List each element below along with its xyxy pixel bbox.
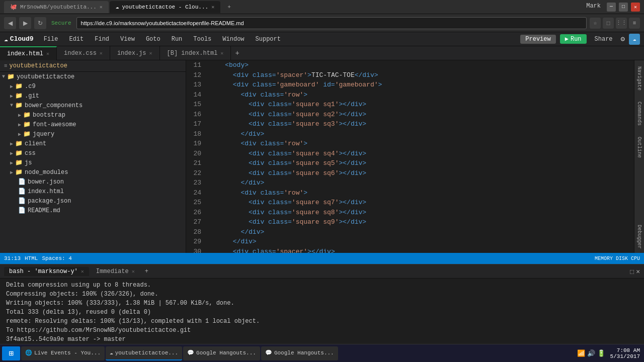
tree-item-readme[interactable]: 📄 README.md <box>0 206 186 215</box>
taskbar-item-cloud9[interactable]: ☁ youtubetictactoe... <box>106 346 182 360</box>
code-line-22[interactable]: 22 <div class='square sq6'></div> <box>186 168 634 178</box>
sidebar-collapse-icon[interactable]: ≡ <box>4 63 8 69</box>
bookmark-icon[interactable]: ☆ <box>590 18 601 29</box>
code-line-23[interactable]: 23 </div> <box>186 178 634 188</box>
code-line-26[interactable]: 26 <div class='square sq8'></div> <box>186 208 634 218</box>
window-title: Mark <box>586 3 601 12</box>
tree-item-index-html[interactable]: 📄 index.html <box>0 187 186 196</box>
editor-tab-3[interactable]: [B] index.html ✕ <box>160 46 231 60</box>
tray-battery[interactable]: 🔋 <box>597 349 605 357</box>
tree-item-fontawesome[interactable]: ▶ 📁 font-awesome <box>0 120 186 129</box>
code-line-13[interactable]: 13 <div class='gameboard' id='gameboard'… <box>186 80 634 90</box>
commands-icon[interactable]: Commands <box>635 98 643 130</box>
back-button[interactable]: ◀ <box>4 17 16 29</box>
terminal-add-button[interactable]: + <box>142 267 151 276</box>
menu-tools[interactable]: Tools <box>188 35 216 44</box>
editor-tab-0[interactable]: index.html ✕ <box>0 46 57 60</box>
tree-item-client[interactable]: ▶ 📁 client <box>0 139 186 148</box>
tree-item-css[interactable]: ▶ 📁 css <box>0 148 186 158</box>
debugger-icon[interactable]: Debugger <box>635 221 643 253</box>
browser-tab-2[interactable]: ☁ youtubetictactoe - Clou... ✕ <box>110 1 220 13</box>
code-line-14[interactable]: 14 <div class='row'> <box>186 90 634 100</box>
minimize-button[interactable]: ─ <box>607 3 616 12</box>
tab0-close[interactable]: ✕ <box>46 51 49 57</box>
terminal-close-icon[interactable]: ✕ <box>636 267 640 276</box>
navigate-icon[interactable]: Navigate <box>635 62 643 95</box>
code-line-18[interactable]: 18 </div> <box>186 129 634 139</box>
forward-button[interactable]: ▶ <box>19 17 31 29</box>
tray-volume[interactable]: 🔊 <box>587 349 595 357</box>
code-line-25[interactable]: 25 <div class='square sq7'></div> <box>186 198 634 208</box>
taskbar-item-hangouts1[interactable]: 💬 Google Hangouts... <box>183 346 260 360</box>
terminal-popout-icon[interactable]: ⬚ <box>630 267 634 276</box>
code-line-15[interactable]: 15 <div class='square sq1'></div> <box>186 100 634 110</box>
address-input[interactable] <box>76 17 587 29</box>
terminal-tab-bash[interactable]: bash - 'marksnow-y' ✕ <box>4 267 89 276</box>
tree-item-bower-json[interactable]: 📄 bower.json <box>0 177 186 187</box>
tab1e-close[interactable]: ✕ <box>100 50 103 56</box>
tree-item-jquery[interactable]: ▶ 📁 jquery <box>0 129 186 139</box>
preview-button[interactable]: Preview <box>520 35 555 44</box>
tree-item-c9[interactable]: ▶ 📁 .c9 <box>0 81 186 91</box>
code-line-17[interactable]: 17 <div class='square sq3'></div> <box>186 119 634 129</box>
editor-tab-1[interactable]: index.css ✕ <box>57 46 110 60</box>
code-editor[interactable]: 11 <body>12 <div class='spacer'>TIC-TAC-… <box>186 60 634 253</box>
menu-find[interactable]: Find <box>90 35 114 44</box>
code-line-27[interactable]: 27 <div class='square sq9'></div> <box>186 217 634 227</box>
tab1-close[interactable]: ✕ <box>100 4 103 10</box>
tree-item-js[interactable]: ▶ 📁 js <box>0 158 186 167</box>
browser-tab-1[interactable]: 🐙 MrSnowNB/youtubetita... ✕ <box>4 1 109 13</box>
outline-icon[interactable]: Outline <box>635 133 643 162</box>
code-line-20[interactable]: 20 <div class='square sq4'></div> <box>186 149 634 159</box>
refresh-button[interactable]: ↻ <box>34 17 46 29</box>
tree-item-bower[interactable]: ▼ 📁 bower_components <box>0 101 186 110</box>
code-line-19[interactable]: 19 <div class='row'> <box>186 139 634 149</box>
taskbar-item-ie[interactable]: 🌐 Live Events - You... <box>21 346 105 360</box>
new-tab-btn[interactable]: + <box>221 1 237 13</box>
code-line-21[interactable]: 21 <div class='square sq5'></div> <box>186 158 634 168</box>
hangouts2-label: Google Hangouts... <box>274 350 334 356</box>
share-button[interactable]: Share <box>591 35 617 44</box>
tab2-close[interactable]: ✕ <box>211 4 214 10</box>
code-line-11[interactable]: 11 <body> <box>186 60 634 70</box>
editor-tab-2[interactable]: index.js ✕ <box>110 46 160 60</box>
menu-support[interactable]: Support <box>251 35 286 44</box>
tab2e-close[interactable]: ✕ <box>149 50 152 56</box>
code-line-24[interactable]: 24 <div class='row'> <box>186 188 634 198</box>
code-line-16[interactable]: 16 <div class='square sq2'></div> <box>186 110 634 120</box>
tray-network[interactable]: 📶 <box>577 349 585 357</box>
apps-icon[interactable]: ⋮⋮ <box>616 18 627 29</box>
tree-item-bootstrap[interactable]: ▶ 📁 bootstrap <box>0 110 186 120</box>
taskbar-item-hangouts2[interactable]: 💬 Google Hangouts... <box>261 346 338 360</box>
immediate-tab-close[interactable]: ✕ <box>132 268 135 275</box>
cloud9-logo[interactable]: ☁ Cloud9 <box>4 35 34 43</box>
status-left: 31:13 HTML Spaces: 4 <box>4 255 72 261</box>
tab3e-close[interactable]: ✕ <box>220 50 223 56</box>
menu-run[interactable]: Run <box>167 35 188 44</box>
start-button[interactable]: ⊞ <box>2 346 20 360</box>
tree-item-node-modules[interactable]: ▶ 📁 node_modules <box>0 167 186 177</box>
menu-file[interactable]: File <box>39 35 63 44</box>
code-line-28[interactable]: 28 </div> <box>186 227 634 237</box>
new-editor-tab-button[interactable]: + <box>231 47 243 59</box>
chrome-menu[interactable]: ≡ <box>629 18 640 29</box>
tree-root[interactable]: ▼ 📁 youtubetictactoe <box>0 72 186 81</box>
close-button[interactable]: ✕ <box>631 3 640 12</box>
maximize-button[interactable]: □ <box>619 3 628 12</box>
bootstrap-expand-icon: ▶ <box>18 112 21 118</box>
code-line-30[interactable]: 30 <div class='spacer'></div> <box>186 247 634 253</box>
bash-tab-close[interactable]: ✕ <box>81 268 84 275</box>
menu-edit[interactable]: Edit <box>64 35 89 44</box>
settings-icon[interactable]: ⚙ <box>621 35 625 43</box>
tree-item-package-json[interactable]: 📄 package.json <box>0 196 186 206</box>
cloud9-user-icon[interactable]: ☁ <box>629 34 640 45</box>
tree-item-git[interactable]: ▶ 📁 .git <box>0 91 186 101</box>
menu-window[interactable]: Window <box>217 35 249 44</box>
cast-icon[interactable]: ⬚ <box>603 18 614 29</box>
menu-view[interactable]: View <box>115 35 140 44</box>
run-button[interactable]: ▶ Run <box>560 34 587 44</box>
code-line-12[interactable]: 12 <div class='spacer'>TIC-TAC-TOE</div> <box>186 70 634 80</box>
menu-goto[interactable]: Goto <box>141 35 166 44</box>
terminal-tab-immediate[interactable]: Immediate ✕ <box>91 267 140 276</box>
code-line-29[interactable]: 29 </div> <box>186 237 634 247</box>
